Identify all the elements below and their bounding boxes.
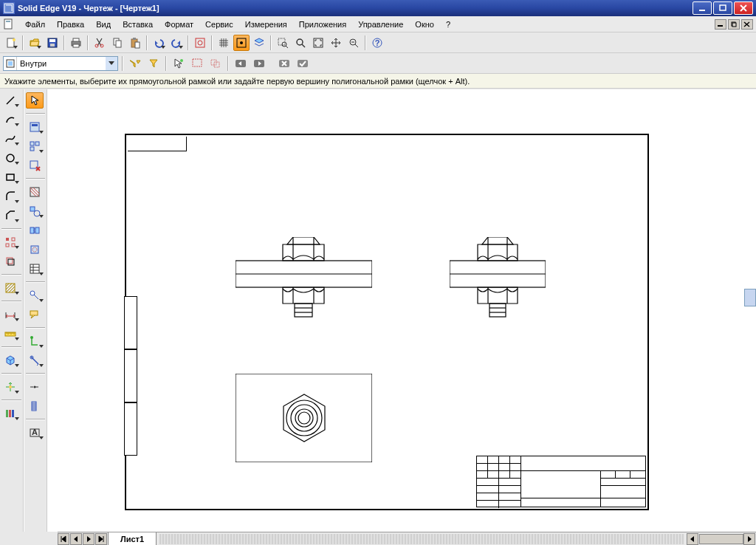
view-toolbar: A xyxy=(24,89,47,532)
paste-button[interactable] xyxy=(127,35,143,51)
circle-tool[interactable] xyxy=(1,150,19,166)
block-tool[interactable] xyxy=(1,352,19,369)
line-tool[interactable] xyxy=(1,92,19,109)
text-tool[interactable]: A xyxy=(26,425,44,441)
pan-button[interactable] xyxy=(328,35,344,51)
update-view-button[interactable] xyxy=(192,35,208,51)
menu-manage-label: Управление xyxy=(358,20,403,29)
arc-tool[interactable] xyxy=(1,112,19,128)
scope-combo-dropdown[interactable] xyxy=(106,57,117,70)
menu-view[interactable]: Вид xyxy=(90,18,117,30)
hatch-tool[interactable] xyxy=(1,280,19,296)
rect-select-btn[interactable] xyxy=(189,55,205,72)
menu-help[interactable]: ? xyxy=(440,18,456,30)
scope-combo-icon xyxy=(4,57,17,70)
copy-button[interactable] xyxy=(109,35,126,51)
fillet-tool[interactable] xyxy=(1,188,19,205)
snap-button[interactable] xyxy=(233,35,250,51)
thread-tool[interactable] xyxy=(26,398,44,414)
hscroll-track[interactable] xyxy=(699,534,743,544)
minimize-button[interactable] xyxy=(693,1,712,15)
menu-measure[interactable]: Измерения xyxy=(239,18,293,30)
filter-btn-2[interactable] xyxy=(145,55,162,72)
part-view-tool[interactable] xyxy=(26,119,44,135)
sheet-next-button[interactable] xyxy=(83,533,94,545)
sheet-last-button[interactable] xyxy=(95,533,107,545)
layers-button[interactable] xyxy=(251,35,267,51)
next-sel-btn[interactable] xyxy=(251,55,267,72)
new-button[interactable] xyxy=(3,35,19,51)
menu-service[interactable]: Сервис xyxy=(199,18,239,30)
menu-manage[interactable]: Управление xyxy=(352,18,409,30)
svg-rect-69 xyxy=(30,147,34,151)
crop-tool[interactable] xyxy=(26,241,44,258)
sheet-first-button[interactable] xyxy=(58,533,69,545)
close-button[interactable] xyxy=(734,1,753,15)
sheet-prev-button[interactable] xyxy=(70,533,82,545)
poly-select-btn[interactable] xyxy=(207,55,224,72)
redo-button[interactable] xyxy=(168,35,185,51)
document-icon[interactable] xyxy=(3,18,15,30)
dimension-tool[interactable] xyxy=(1,306,19,323)
zoom-prev-button[interactable] xyxy=(346,35,362,51)
mdi-close[interactable] xyxy=(741,19,753,30)
menu-help-label: ? xyxy=(446,20,450,29)
detail-tool[interactable] xyxy=(26,203,44,219)
select-tool-btn[interactable] xyxy=(171,55,187,72)
datum-tool[interactable] xyxy=(26,333,44,349)
menu-insert[interactable]: Вставка xyxy=(117,18,159,30)
menu-edit[interactable]: Правка xyxy=(51,18,90,30)
svg-rect-40 xyxy=(193,59,202,66)
sheet-scrollbar[interactable] xyxy=(159,534,684,544)
drawing-canvas[interactable] xyxy=(47,89,756,532)
open-button[interactable] xyxy=(27,35,43,51)
callout-tool[interactable] xyxy=(26,287,44,304)
sheet-tab-active[interactable]: Лист1 xyxy=(108,532,157,545)
menu-format[interactable]: Формат xyxy=(159,18,199,30)
maximize-button[interactable] xyxy=(713,1,732,15)
confirm-sel-btn[interactable] xyxy=(295,55,311,72)
hscroll-left[interactable] xyxy=(687,533,698,545)
centerline-tool[interactable] xyxy=(26,379,44,395)
chamfer-tool[interactable] xyxy=(1,208,19,224)
undo-button[interactable] xyxy=(151,35,167,51)
help-button[interactable]: ? xyxy=(369,35,385,51)
prev-sel-btn[interactable] xyxy=(233,55,249,72)
gdt-tool[interactable] xyxy=(26,352,44,369)
hscroll-right[interactable] xyxy=(743,533,755,545)
move-tool[interactable] xyxy=(1,379,19,395)
grid-button[interactable] xyxy=(216,35,232,51)
rect-tool[interactable] xyxy=(1,169,19,185)
menu-edit-label: Правка xyxy=(57,20,84,29)
curve-tool[interactable] xyxy=(1,131,19,147)
title-block xyxy=(476,456,646,507)
measure-tool[interactable] xyxy=(1,326,19,342)
zoom-area-button[interactable] xyxy=(275,35,291,51)
pattern-tool[interactable] xyxy=(1,234,19,250)
mdi-restore[interactable] xyxy=(728,19,740,30)
section-tool[interactable] xyxy=(26,184,44,200)
print-button[interactable] xyxy=(68,35,84,51)
offset-tool[interactable] xyxy=(1,253,19,270)
layer-tool[interactable] xyxy=(1,405,19,422)
mdi-minimize[interactable] xyxy=(715,19,726,30)
select-cursor[interactable] xyxy=(26,92,44,109)
menu-file[interactable]: Файл xyxy=(19,18,51,30)
menu-apps[interactable]: Приложения xyxy=(293,18,352,30)
svg-rect-81 xyxy=(30,311,38,315)
del-view-tool[interactable] xyxy=(26,157,44,174)
filter-btn-1[interactable] xyxy=(127,55,143,72)
balloon-tool[interactable] xyxy=(26,306,44,323)
zoom-fit-button[interactable] xyxy=(310,35,326,51)
svg-point-86 xyxy=(34,386,36,388)
save-button[interactable] xyxy=(44,35,61,51)
svg-point-30 xyxy=(297,39,303,45)
menu-window[interactable]: Окно xyxy=(409,18,440,30)
cancel-sel-btn[interactable] xyxy=(276,55,292,72)
multiview-tool[interactable] xyxy=(26,138,44,154)
zoom-button[interactable] xyxy=(292,35,309,51)
partlist-tool[interactable] xyxy=(26,261,44,277)
cut-button[interactable] xyxy=(92,35,108,51)
select-scope-combo[interactable]: Внутри xyxy=(3,56,118,71)
broken-tool[interactable] xyxy=(26,222,44,239)
